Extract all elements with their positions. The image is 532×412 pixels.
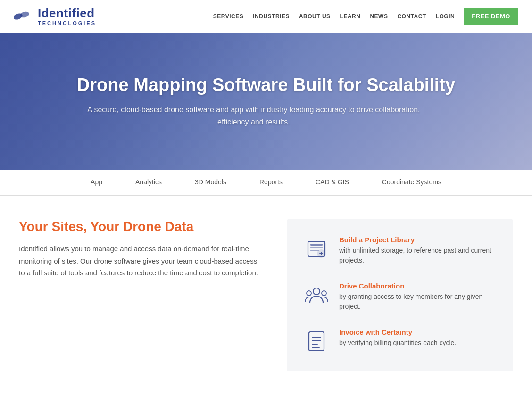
collaboration-icon <box>303 282 330 308</box>
tab-3d-models[interactable]: 3D Models <box>178 170 243 195</box>
nav-services[interactable]: SERVICES <box>213 13 243 20</box>
svg-rect-5 <box>310 250 319 251</box>
feature-invoice-title: Invoice with Certainty <box>339 328 412 336</box>
feature-invoice-desc: by verifying billing quantities each cyc… <box>339 338 456 348</box>
tab-app[interactable]: App <box>74 170 119 195</box>
hero-section: Drone Mapping Software Built for Scalabi… <box>0 33 532 170</box>
tab-coordinate-systems[interactable]: Coordinate Systems <box>366 170 458 195</box>
feature-project-library: Build a Project Library with unlimited s… <box>303 236 497 265</box>
feature-invoice-certainty: Invoice with Certainty by verifying bill… <box>303 328 497 354</box>
tab-reports[interactable]: Reports <box>243 170 299 195</box>
feature-library-title: Build a Project Library <box>339 236 415 244</box>
main-content: Your Sites, Your Drone Data Identified a… <box>0 196 532 390</box>
svg-point-8 <box>307 291 311 296</box>
feature-library-text: Build a Project Library with unlimited s… <box>339 236 497 265</box>
logo[interactable]: Identified TECHNOLOGIES <box>14 7 96 26</box>
main-nav: SERVICES INDUSTRIES ABOUT US LEARN NEWS … <box>213 8 518 25</box>
tab-analytics[interactable]: Analytics <box>119 170 178 195</box>
hero-subheading: A secure, cloud-based drone software and… <box>77 104 431 128</box>
svg-rect-3 <box>310 244 323 246</box>
tab-cad-gis[interactable]: CAD & GIS <box>299 170 366 195</box>
feature-library-desc: with unlimited storage, to reference pas… <box>339 246 497 265</box>
feature-collaboration-desc: by granting access to key members for an… <box>339 292 497 312</box>
section-title: Your Sites, Your Drone Data <box>19 219 263 234</box>
tabs-bar: App Analytics 3D Models Reports CAD & GI… <box>0 170 532 196</box>
feature-collaboration-title: Drive Collaboration <box>339 282 404 290</box>
nav-contact[interactable]: CONTACT <box>397 13 426 20</box>
site-header: Identified TECHNOLOGIES SERVICES INDUSTR… <box>0 0 532 33</box>
feature-invoice-text: Invoice with Certainty by verifying bill… <box>339 328 456 348</box>
invoice-icon <box>303 328 330 354</box>
nav-login[interactable]: LOGIN <box>436 13 455 20</box>
feature-drive-collaboration: Drive Collaboration by granting access t… <box>303 282 497 312</box>
nav-news[interactable]: NEWS <box>370 13 388 20</box>
svg-rect-4 <box>310 247 323 248</box>
feature-collaboration-text: Drive Collaboration by granting access t… <box>339 282 497 312</box>
nav-learn[interactable]: LEARN <box>340 13 361 20</box>
hero-heading: Drone Mapping Software Built for Scalabi… <box>77 75 455 95</box>
left-column: Your Sites, Your Drone Data Identified a… <box>19 219 287 279</box>
logo-text: Identified TECHNOLOGIES <box>38 7 96 26</box>
nav-industries[interactable]: INDUSTRIES <box>253 13 290 20</box>
logo-icon <box>14 8 33 25</box>
library-icon <box>303 236 330 262</box>
section-body: Identified allows you to manage and acce… <box>19 243 263 279</box>
right-column: Build a Project Library with unlimited s… <box>287 219 513 371</box>
hero-content: Drone Mapping Software Built for Scalabi… <box>58 75 474 128</box>
svg-point-7 <box>313 288 320 295</box>
nav-about-us[interactable]: ABOUT US <box>299 13 331 20</box>
svg-point-9 <box>322 291 326 296</box>
free-demo-button[interactable]: FREE DEMO <box>464 8 518 25</box>
